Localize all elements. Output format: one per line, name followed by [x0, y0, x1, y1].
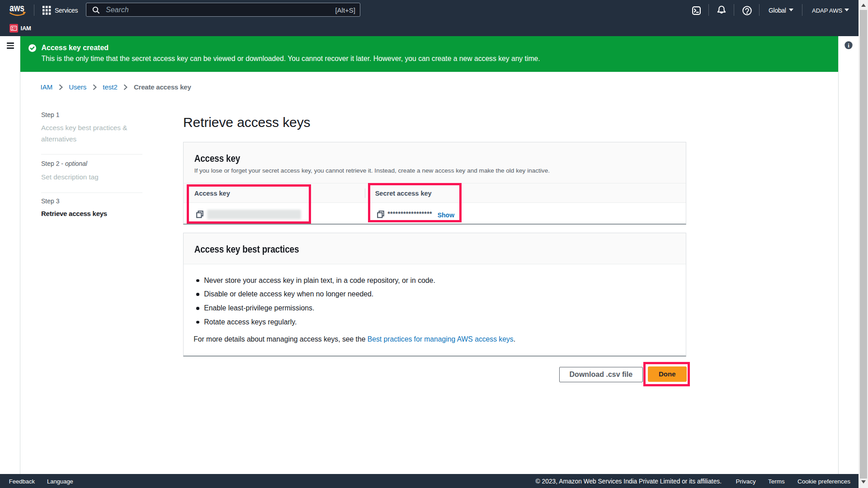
svg-text:aws: aws — [9, 4, 24, 14]
svg-text:i: i — [848, 42, 849, 49]
